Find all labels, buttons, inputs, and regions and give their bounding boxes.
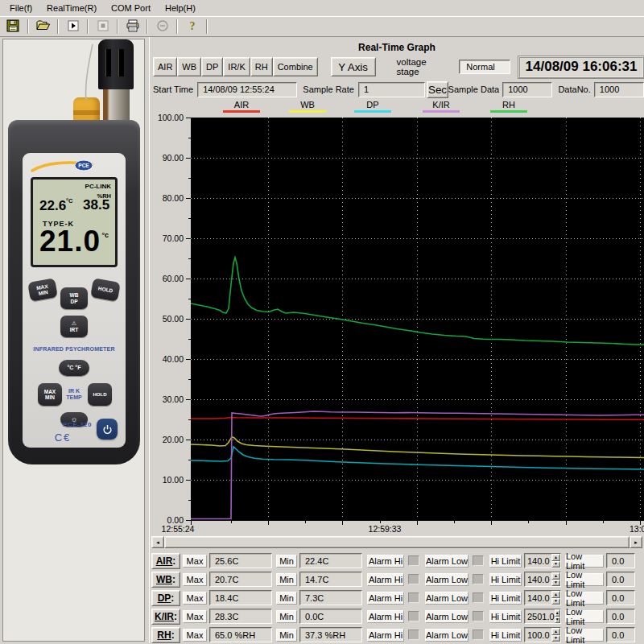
- legend-label: AIR: [234, 100, 249, 109]
- current-datetime: 14/08/09 16:06:31: [518, 56, 644, 78]
- alarm-hi-label: Alarm Hi: [367, 555, 404, 568]
- channel-button-air[interactable]: AIR: [153, 57, 177, 76]
- x-tick-label: 12:59:33: [369, 524, 402, 534]
- x-axis-labels: 12:55:2412:59:3313:0: [150, 521, 644, 535]
- alarm-low-indicator: [473, 611, 484, 621]
- hi-limit-value[interactable]: 140.0: [525, 554, 551, 568]
- channel-button-combine[interactable]: Combine: [273, 57, 318, 76]
- start-time-field[interactable]: 14/08/09 12:55:24: [197, 82, 297, 97]
- readout-table: AIR :Max25.6CMin22.4CAlarm HiAlarm LowHi…: [150, 551, 644, 643]
- legend-item-k-ir: K/IR: [423, 100, 460, 113]
- menu-item-helph[interactable]: Help(H): [159, 1, 204, 15]
- menu-item-comport[interactable]: COM Port: [105, 1, 159, 15]
- x-minor-tick: [231, 521, 232, 523]
- save-button[interactable]: [2, 18, 24, 35]
- spin-down-icon[interactable]: ▼: [551, 598, 560, 605]
- sec-button[interactable]: Sec: [427, 81, 448, 98]
- max-label: Max: [183, 629, 207, 642]
- hi-limit-label: Hi Limit: [489, 629, 522, 642]
- hi-limit-spinner[interactable]: 140.0▲▼: [524, 572, 561, 587]
- graph-panel: Real-Time Graph AIRWBDPIR/KRHCombine Y A…: [150, 37, 644, 643]
- page-title: Real-Time Graph: [150, 37, 644, 55]
- spin-down-icon[interactable]: ▼: [551, 561, 560, 568]
- hi-limit-spinner[interactable]: 2501.0▲▼: [524, 609, 561, 624]
- toolbar-separator: [147, 19, 148, 34]
- legend-label: RH: [502, 100, 515, 109]
- y-axis-button[interactable]: Y Axis: [331, 57, 376, 76]
- main-area: PCE PC-LINK %RH 22.6°C 38.5 TYPE-K 21.0 …: [0, 37, 644, 643]
- min-label: Min: [276, 573, 297, 586]
- menu-item-realtimer[interactable]: RealTime(R): [40, 1, 105, 15]
- channel-row-button[interactable]: WB :: [151, 572, 180, 588]
- toolbar-separator: [206, 19, 208, 34]
- alarm-low-indicator: [473, 574, 484, 584]
- hi-limit-spinner[interactable]: 140.0▲▼: [524, 553, 561, 568]
- spinner-buttons: ▲▼: [551, 591, 560, 605]
- sample-data-label: Sample Data: [448, 85, 500, 94]
- channel-button-wb[interactable]: WB: [177, 57, 201, 76]
- hi-limit-spinner[interactable]: 140.0▲▼: [524, 590, 561, 605]
- open-button[interactable]: [32, 18, 54, 35]
- spin-down-icon[interactable]: ▼: [555, 617, 560, 624]
- channel-button-dp[interactable]: DP: [201, 57, 223, 76]
- open-icon: [36, 19, 51, 34]
- low-limit-label: Low Limit: [565, 573, 604, 586]
- hi-limit-value[interactable]: 100.0: [525, 628, 551, 642]
- x-minor-tick: [380, 521, 381, 523]
- hi-limit-value[interactable]: 2501.0: [525, 609, 555, 623]
- min-value-field: 14.7C: [299, 572, 362, 587]
- alarm-hi-label: Alarm Hi: [367, 629, 404, 642]
- ce-mark: C€: [47, 431, 79, 444]
- y-tick-label: 80.00: [163, 193, 184, 203]
- spin-up-icon[interactable]: ▲: [551, 628, 560, 635]
- horizontal-scrollbar[interactable]: ◄ ►: [151, 536, 642, 548]
- start-button[interactable]: [62, 18, 84, 35]
- spin-down-icon[interactable]: ▼: [551, 580, 560, 587]
- spin-up-icon[interactable]: ▲: [551, 572, 560, 580]
- sample-data-field[interactable]: 1000: [502, 82, 552, 97]
- scroll-right-button[interactable]: ►: [630, 536, 642, 548]
- channel-row-button[interactable]: K/IR:: [151, 609, 180, 625]
- hi-limit-value[interactable]: 140.0: [525, 572, 551, 586]
- y-tick-label: 50.00: [163, 314, 184, 324]
- spin-up-icon[interactable]: ▲: [551, 554, 560, 561]
- channel-button-ir-k[interactable]: IR/K: [223, 57, 250, 76]
- y-tick-label: 100.00: [158, 113, 184, 122]
- legend-color-bar: [354, 110, 391, 113]
- menu-item-filef[interactable]: File(f): [3, 1, 40, 15]
- spin-up-icon[interactable]: ▲: [551, 591, 560, 598]
- y-tick-label: 40.00: [163, 354, 184, 364]
- toolbar-separator: [176, 19, 178, 34]
- x-tick-mark: [268, 521, 269, 525]
- low-limit-field[interactable]: 0.0: [606, 553, 635, 568]
- low-limit-field[interactable]: 0.0: [606, 590, 635, 605]
- device-front-panel: PCE PC-LINK %RH 22.6°C 38.5 TYPE-K 21.0 …: [23, 153, 126, 448]
- print-button[interactable]: [122, 18, 143, 35]
- channel-row-button[interactable]: AIR :: [151, 553, 180, 569]
- spin-down-icon[interactable]: ▼: [551, 635, 560, 642]
- hi-limit-spinner[interactable]: 100.0▲▼: [524, 627, 561, 642]
- stop-button[interactable]: [92, 18, 114, 35]
- device-cf-button: °C °F: [59, 360, 89, 376]
- low-limit-field[interactable]: 0.0: [606, 609, 635, 624]
- sample-rate-field[interactable]: 1: [358, 82, 426, 97]
- spin-up-icon[interactable]: ▲: [555, 609, 560, 617]
- svg-text:?: ?: [189, 20, 195, 32]
- data-no-field[interactable]: 1000: [594, 82, 644, 97]
- max-value-field: 28.3C: [209, 609, 272, 624]
- channel-row-button[interactable]: RH :: [151, 627, 180, 643]
- low-limit-field[interactable]: 0.0: [606, 627, 635, 642]
- alarm-hi-label: Alarm Hi: [367, 592, 404, 605]
- spinner-buttons: ▲▼: [555, 609, 560, 623]
- help-button[interactable]: ?: [181, 18, 203, 35]
- low-limit-field[interactable]: 0.0: [606, 572, 635, 587]
- toolbar: ?: [0, 17, 644, 37]
- scroll-thumb[interactable]: [164, 536, 630, 548]
- channel-row-button[interactable]: DP :: [151, 590, 180, 606]
- min-value-field: 0.0C: [299, 609, 362, 624]
- channel-button-rh[interactable]: RH: [250, 57, 273, 76]
- disconnect-button[interactable]: [151, 18, 173, 35]
- scroll-left-button[interactable]: ◄: [151, 536, 164, 548]
- ir-k-temp-label: IR KTEMP: [63, 388, 85, 402]
- hi-limit-value[interactable]: 140.0: [525, 591, 551, 605]
